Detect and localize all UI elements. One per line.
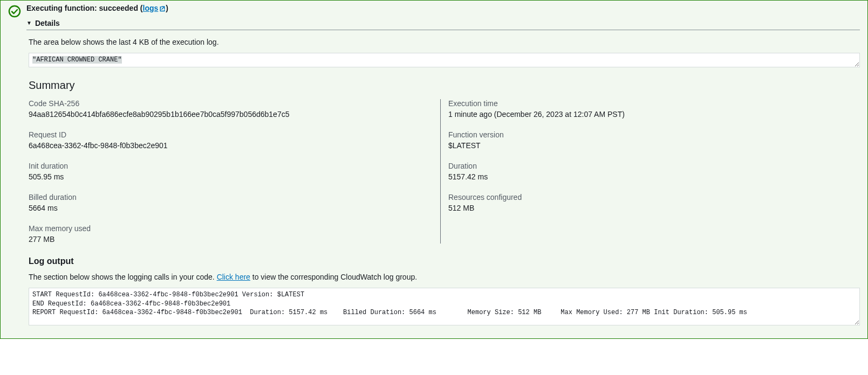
status-paren-close: ) — [166, 4, 168, 12]
caret-down-icon: ▼ — [26, 20, 32, 26]
kv-execution-time: Execution time 1 minute ago (December 26… — [448, 99, 838, 119]
execution-log-description: The area below shows the last 4 KB of th… — [29, 38, 860, 46]
log-output-heading: Log output — [29, 256, 860, 266]
logs-link-text: logs — [143, 4, 159, 12]
svg-point-0 — [9, 6, 20, 17]
log-output-description: The section below shows the logging call… — [29, 273, 860, 281]
log-desc-suffix: to view the corresponding CloudWatch log… — [250, 273, 417, 281]
status-line: Executing function: succeeded (logs) — [26, 4, 860, 13]
details-divider — [26, 30, 860, 30]
summary-right-column: Execution time 1 minute ago (December 26… — [440, 99, 860, 244]
summary-heading: Summary — [29, 79, 860, 92]
kv-resources-configured: Resources configured 512 MB — [448, 193, 838, 212]
value-billed-duration: 5664 ms — [29, 204, 419, 212]
status-prefix: Executing function: — [26, 4, 99, 12]
label-resources-configured: Resources configured — [448, 193, 838, 202]
kv-duration: Duration 5157.42 ms — [448, 162, 838, 181]
kv-init-duration: Init duration 505.95 ms — [29, 162, 419, 181]
label-init-duration: Init duration — [29, 162, 419, 170]
value-request-id: 6a468cea-3362-4fbc-9848-f0b3bec2e901 — [29, 141, 419, 150]
details-toggle-label: Details — [35, 19, 60, 27]
status-paren-open: ( — [138, 4, 143, 12]
function-output-box[interactable]: "AFRICAN CROWNED CRANE" — [29, 53, 860, 67]
success-check-icon — [8, 5, 21, 18]
value-function-version: $LATEST — [448, 141, 838, 150]
summary-grid: Code SHA-256 94aa812654b0c414bfa686ecfe8… — [29, 99, 860, 244]
label-billed-duration: Billed duration — [29, 193, 419, 202]
label-request-id: Request ID — [29, 130, 419, 139]
value-execution-time: 1 minute ago (December 26, 2023 at 12:07… — [448, 110, 838, 119]
value-max-memory-used: 277 MB — [29, 235, 419, 244]
label-max-memory-used: Max memory used — [29, 224, 419, 233]
status-header: Executing function: succeeded (logs) ▼ D… — [8, 4, 860, 30]
details-body: The area below shows the last 4 KB of th… — [29, 38, 860, 325]
label-function-version: Function version — [448, 130, 838, 139]
details-toggle[interactable]: ▼ Details — [26, 19, 860, 27]
label-duration: Duration — [448, 162, 838, 170]
cloudwatch-link[interactable]: Click here — [217, 273, 250, 281]
log-output-box[interactable]: START RequestId: 6a468cea-3362-4fbc-9848… — [29, 288, 860, 325]
label-execution-time: Execution time — [448, 99, 838, 108]
function-output-text: "AFRICAN CROWNED CRANE" — [32, 56, 122, 64]
kv-request-id: Request ID 6a468cea-3362-4fbc-9848-f0b3b… — [29, 130, 419, 150]
value-init-duration: 505.95 ms — [29, 172, 419, 181]
execution-result-panel: Executing function: succeeded (logs) ▼ D… — [0, 0, 868, 339]
value-duration: 5157.42 ms — [448, 172, 838, 181]
logs-link[interactable]: logs — [143, 4, 166, 12]
value-resources-configured: 512 MB — [448, 204, 838, 212]
kv-function-version: Function version $LATEST — [448, 130, 838, 150]
external-link-icon — [159, 5, 166, 13]
value-code-sha256: 94aa812654b0c414bfa686ecfe8ab90295b1b166… — [29, 110, 419, 119]
status-state: succeeded — [99, 4, 138, 12]
summary-left-column: Code SHA-256 94aa812654b0c414bfa686ecfe8… — [29, 99, 440, 244]
label-code-sha256: Code SHA-256 — [29, 99, 419, 108]
log-desc-prefix: The section below shows the logging call… — [29, 273, 217, 281]
kv-billed-duration: Billed duration 5664 ms — [29, 193, 419, 212]
kv-max-memory-used: Max memory used 277 MB — [29, 224, 419, 244]
kv-code-sha256: Code SHA-256 94aa812654b0c414bfa686ecfe8… — [29, 99, 419, 119]
